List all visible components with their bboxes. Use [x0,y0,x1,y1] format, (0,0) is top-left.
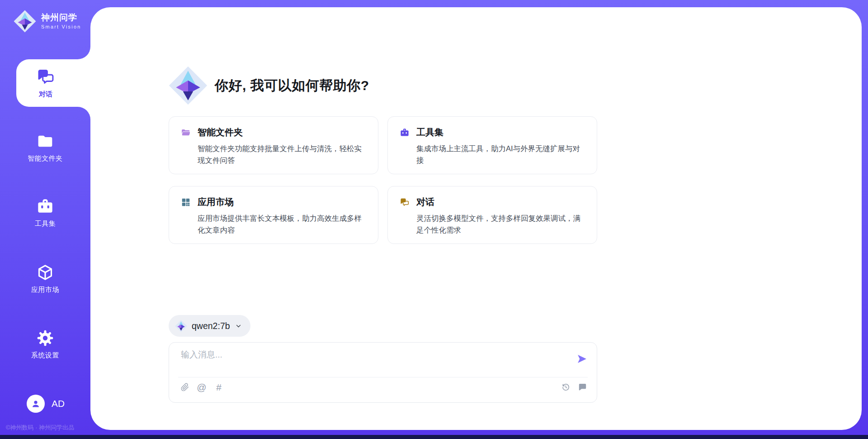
paperclip-icon [180,382,189,392]
card-toolset[interactable]: 工具集 集成市场上主流工具，助力AI与外界无缝扩展与对接 [387,116,597,174]
app-grid-icon [181,197,191,207]
greeting-text: 你好, 我可以如何帮助你? [215,76,369,95]
gear-icon [36,329,54,347]
brand-subtitle: Smart Vision [41,24,81,29]
send-button[interactable] [576,353,588,365]
user-menu[interactable]: AD [27,395,65,413]
diamond-logo-icon [175,320,187,332]
history-icon [561,382,571,392]
sidebar-item-settings[interactable]: 系统设置 [0,329,90,360]
mention-button[interactable]: @ [196,382,207,392]
diamond-logo-icon [14,10,36,33]
card-chat[interactable]: 对话 灵活切换多模型文件，支持多样回复效果调试，满足个性化需求 [387,186,597,244]
history-button[interactable] [560,382,571,392]
attach-file-button[interactable] [179,382,190,392]
toolbox-icon [400,128,410,138]
brand-name: 神州问学 [41,13,81,23]
cube-icon [36,263,54,282]
folder-icon [36,132,54,150]
topic-button[interactable]: # [213,382,224,392]
model-name: qwen2:7b [192,321,230,331]
chevron-down-icon [235,322,242,330]
card-description: 应用市场提供丰富长文本模板，助力高效生成多样化文章内容 [198,212,366,236]
sidebar-item-label: 智能文件夹 [28,154,63,163]
app-window: 神州问学 Smart Vision 对话 智能文件夹 工具集 应用市场 系统设置… [0,0,868,439]
composer-divider [178,377,588,377]
chat-bubbles-icon [400,197,410,207]
sidebar-item-label: 应用市场 [31,286,59,294]
chat-solid-icon [578,382,587,392]
sidebar-footer-credit: ©神州数码 · 神州问学出品 [6,424,74,432]
card-smart-folder[interactable]: 智能文件夹 智能文件夹功能支持批量文件上传与清洗，轻松实现文件问答 [169,116,378,174]
avatar [27,395,45,413]
card-header: 工具集 [400,126,585,138]
sidebar-item-toolset[interactable]: 工具集 [0,197,90,228]
user-name: AD [52,398,65,409]
sidebar-item-label: 工具集 [35,220,56,228]
bottom-edge-bar [0,435,868,439]
card-title: 工具集 [416,126,443,138]
brand-text: 神州问学 Smart Vision [41,13,81,29]
brand: 神州问学 Smart Vision [14,10,81,33]
folder-open-icon [181,128,191,138]
card-title: 智能文件夹 [198,126,243,138]
card-description: 智能文件夹功能支持批量文件上传与清洗，轻松实现文件问答 [198,143,366,167]
card-description: 灵活切换多模型文件，支持多样回复效果调试，满足个性化需求 [416,212,585,236]
hash-icon: # [216,382,222,392]
feature-card-grid: 智能文件夹 智能文件夹功能支持批量文件上传与清洗，轻松实现文件问答 工具集 集成… [169,116,597,244]
card-app-market[interactable]: 应用市场 应用市场提供丰富长文本模板，助力高效生成多样化文章内容 [169,186,378,244]
card-header: 智能文件夹 [181,126,366,138]
card-title: 对话 [416,196,434,208]
user-avatar-icon [30,398,41,409]
card-title: 应用市场 [198,196,234,208]
sidebar-item-label: 系统设置 [31,351,59,360]
composer-left-tools: @ # [179,382,224,392]
composer-right-tools [560,382,588,392]
message-input[interactable] [180,349,566,360]
conversation-button[interactable] [577,382,588,392]
card-description: 集成市场上主流工具，助力AI与外界无缝扩展与对接 [416,143,585,167]
send-icon [576,353,588,365]
model-selector[interactable]: qwen2:7b [169,315,250,337]
toolbox-icon [36,197,54,215]
card-header: 对话 [400,196,585,208]
chat-bubbles-icon [36,67,55,86]
greeting-block: 你好, 我可以如何帮助你? [169,66,369,105]
sidebar-item-smart-folder[interactable]: 智能文件夹 [0,132,90,163]
sidebar-item-app-market[interactable]: 应用市场 [0,263,90,294]
message-composer: @ # [169,342,597,403]
sidebar-item-label: 对话 [39,90,52,99]
diamond-logo-icon [169,66,208,105]
sidebar-item-chat[interactable]: 对话 [16,59,90,107]
card-header: 应用市场 [181,196,366,208]
at-sign-icon: @ [197,382,206,392]
